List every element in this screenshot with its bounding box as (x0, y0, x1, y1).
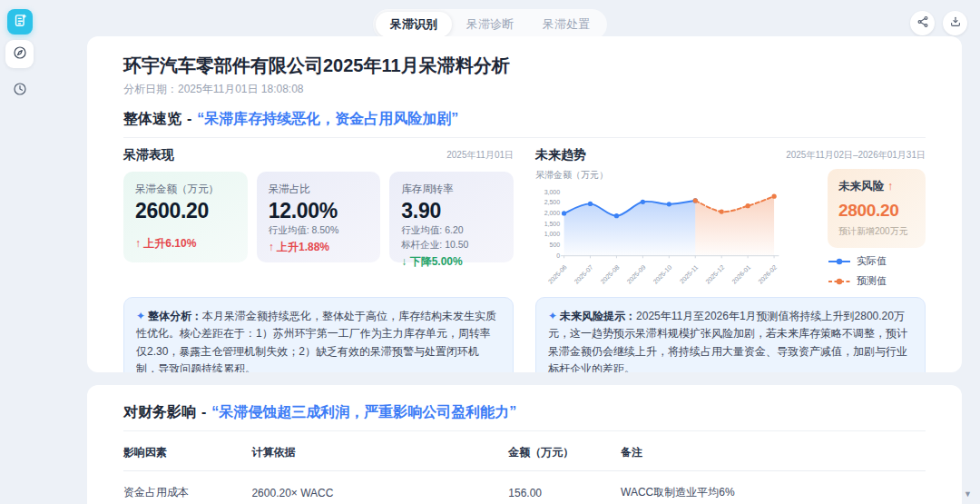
legend-actual-marker-icon (828, 257, 851, 266)
legend-forecast: 预测值 (828, 274, 926, 288)
section-divider (123, 430, 926, 431)
compass-icon (13, 45, 27, 64)
download-button[interactable] (943, 11, 967, 35)
finance-impact-table: 影响因素 计算依据 金额（万元） 备注 资金占用成本 2600.20× WACC… (123, 433, 926, 504)
svg-text:2,000: 2,000 (544, 210, 561, 216)
trend-title: 未来趋势 (535, 147, 586, 163)
svg-text:500: 500 (549, 242, 560, 248)
table-row: 资金占用成本 2600.20× WACC 156.00 WACC取制造业平均6% (123, 471, 926, 504)
trend-line-chart: 05001,0001,5002,0002,5003,0002025-062025… (535, 183, 818, 286)
chart-y-axis-label: 呆滞金额（万元） (535, 169, 818, 182)
metric-card-turnover: 库存周转率 3.90 行业均值: 6.20 标杆企业: 10.50 ↓ 下降5.… (389, 172, 514, 262)
future-risk-value: 2800.20 (838, 201, 915, 221)
svg-text:2025-09: 2025-09 (625, 264, 646, 285)
svg-text:2025-06: 2025-06 (547, 264, 568, 285)
svg-text:2025-07: 2025-07 (573, 264, 594, 285)
scroll-down-indicator[interactable]: ▼ (964, 489, 972, 499)
sidebar (0, 0, 40, 504)
metric-cards: 呆滞金额（万元） 2600.20 ↑ 上升6.10% 呆滞占比 12.00% 行… (123, 172, 514, 262)
share-button[interactable] (910, 11, 935, 35)
delta-badge: ↑ 上升1.88% (269, 240, 369, 255)
finance-card: 对财务影响 - “呆滞侵蚀超三成利润，严重影响公司盈利能力” 影响因素 计算依据… (87, 385, 962, 504)
history-clock-icon (13, 82, 27, 100)
legend-forecast-marker-icon (828, 277, 851, 286)
doc-plus-icon (13, 13, 28, 32)
delta-badge: ↑ 上升6.10% (135, 236, 236, 252)
page-title: 环宇汽车零部件有限公司2025年11月呆滞料分析 (123, 54, 926, 76)
future-risk-label: 未来风险↑ (838, 179, 915, 194)
future-risk-tip-box: ✦未来风险提示：2025年11月至2026年1月预测值将持续上升到2800.20… (535, 297, 926, 372)
up-arrow-icon: ↑ (887, 180, 893, 193)
top-actions (910, 11, 967, 35)
metric-card-amount: 呆滞金额（万元） 2600.20 ↑ 上升6.10% (123, 172, 248, 262)
svg-text:2025-10: 2025-10 (652, 264, 672, 285)
overall-analysis-box: ✦整体分析：本月呆滞金额持续恶化，整体处于高位，库存结构未发生实质性优化。核心差… (123, 297, 514, 372)
svg-text:1,000: 1,000 (544, 231, 561, 237)
svg-text:2,500: 2,500 (544, 199, 561, 205)
svg-text:3,000: 3,000 (544, 189, 561, 195)
trend-date-range: 2025年11月02日–2026年01月31日 (786, 149, 926, 162)
app-logo[interactable] (7, 9, 33, 35)
finance-section-title: 对财务影响 - “呆滞侵蚀超三成利润，严重影响公司盈利能力” (123, 403, 926, 422)
overview-card: 环宇汽车零部件有限公司2025年11月呆滞料分析 分析日期：2025年11月01… (87, 36, 962, 372)
sparkle-icon: ✦ (548, 310, 557, 322)
section-divider (123, 137, 926, 138)
finance-section-quote: “呆滞侵蚀超三成利润，严重影响公司盈利能力” (211, 403, 516, 422)
svg-text:0: 0 (556, 252, 560, 259)
top-tab-bar: 呆滞识别 呆滞诊断 呆滞处置 (373, 9, 607, 40)
delta-badge: ↓ 下降5.00% (401, 254, 502, 270)
svg-text:2026-02: 2026-02 (757, 264, 778, 285)
tab-dispose[interactable]: 呆滞处置 (528, 12, 604, 37)
tab-diagnose[interactable]: 呆滞诊断 (452, 12, 528, 37)
legend-actual: 实际值 (828, 254, 926, 268)
share-icon (916, 15, 929, 32)
performance-panel: 呆滞表现 2025年11月01日 呆滞金额（万元） 2600.20 ↑ 上升6.… (123, 147, 514, 372)
trend-panel: 未来趋势 2025年11月02日–2026年01月31日 呆滞金额（万元） 05… (535, 147, 926, 372)
svg-text:2025-12: 2025-12 (704, 264, 725, 285)
svg-text:2025-08: 2025-08 (600, 264, 621, 285)
metric-card-ratio: 呆滞占比 12.00% 行业均值: 8.50% ↑ 上升1.88% (257, 172, 381, 262)
svg-text:2025-11: 2025-11 (679, 264, 700, 285)
report-date: 分析日期：2025年11月01日 18:08:08 (123, 82, 926, 97)
future-risk-card: 未来风险↑ 2800.20 预计新增200万元 (828, 169, 926, 248)
performance-title: 呆滞表现 (123, 147, 174, 163)
sidebar-item-analysis[interactable] (5, 40, 34, 68)
chart-legend: 实际值 预测值 (828, 248, 926, 290)
tab-identify[interactable]: 呆滞识别 (376, 12, 452, 37)
overview-section-title: 整体速览 - “呆滞库存持续恶化，资金占用风险加剧” (123, 110, 926, 129)
trend-chart: 呆滞金额（万元） 05001,0001,5002,0002,5003,00020… (535, 169, 818, 290)
sidebar-item-history[interactable] (5, 76, 34, 104)
svg-text:1,500: 1,500 (544, 221, 561, 227)
svg-text:2026-01: 2026-01 (730, 264, 751, 285)
performance-date: 2025年11月01日 (446, 149, 514, 162)
download-icon (949, 15, 962, 32)
sparkle-icon: ✦ (136, 310, 145, 322)
overview-section-quote: “呆滞库存持续恶化，资金占用风险加剧” (197, 110, 458, 129)
table-header-row: 影响因素 计算依据 金额（万元） 备注 (123, 433, 926, 471)
future-risk-note: 预计新增200万元 (838, 225, 915, 238)
